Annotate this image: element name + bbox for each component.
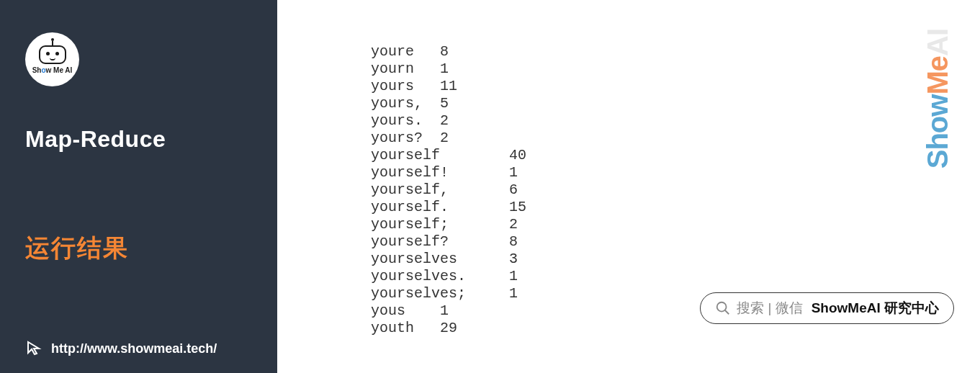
svg-point-0 — [717, 302, 727, 312]
watermark: ShowMeAI — [922, 29, 954, 168]
logo-text: Show Me AI — [32, 66, 73, 74]
section-heading: 运行结果 — [25, 232, 252, 265]
search-icon — [715, 300, 731, 316]
sidebar: Show Me AI Map-Reduce 运行结果 http://www.sh… — [0, 0, 277, 373]
site-url: http://www.showmeai.tech/ — [51, 341, 217, 356]
logo-circle: Show Me AI — [25, 32, 79, 86]
cursor-icon — [25, 340, 42, 357]
svg-line-1 — [725, 310, 729, 315]
page-title: Map-Reduce — [25, 126, 252, 153]
search-brand: ShowMeAI 研究中心 — [812, 299, 939, 318]
search-label: 搜索 | 微信 — [737, 299, 803, 318]
logo-robot-icon — [39, 45, 66, 64]
main-content: youre 8 yourn 1 yours 11 yours, 5 yours.… — [277, 0, 980, 373]
logo: Show Me AI — [25, 32, 252, 86]
search-badge: 搜索 | 微信 ShowMeAI 研究中心 — [700, 292, 954, 324]
sidebar-footer: http://www.showmeai.tech/ — [25, 340, 217, 357]
